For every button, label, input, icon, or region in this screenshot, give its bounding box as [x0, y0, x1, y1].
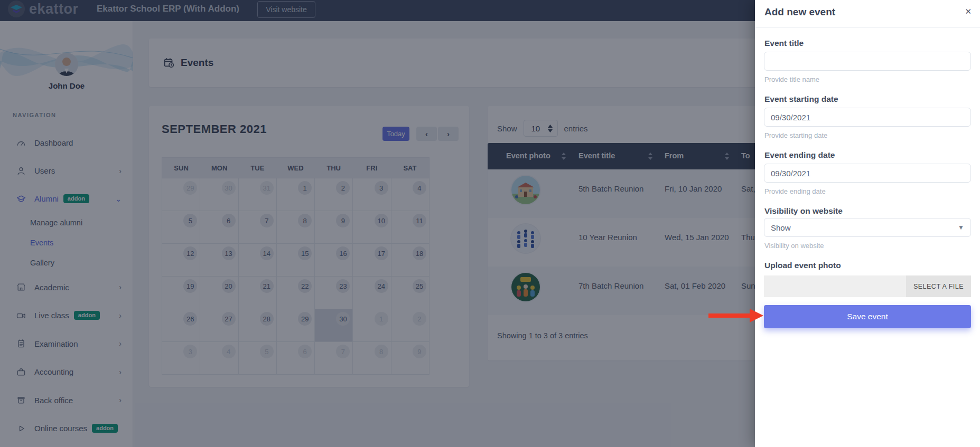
ending-date-input[interactable] — [764, 164, 971, 183]
select-file-button[interactable]: SELECT A FILE — [906, 275, 971, 297]
visibility-select[interactable]: Show ▼ — [764, 218, 971, 237]
save-event-button[interactable]: Save event — [764, 305, 971, 328]
visibility-helper: Visibility on website — [764, 242, 824, 250]
divider — [755, 27, 980, 28]
ending-date-helper: Provide ending date — [764, 187, 826, 195]
add-event-drawer: Add new event ✕ Event title Provide titl… — [755, 0, 980, 447]
visibility-selected-value: Show — [771, 223, 791, 232]
ending-date-label: Event ending date — [764, 150, 835, 160]
event-title-label: Event title — [764, 39, 804, 48]
event-title-input[interactable] — [764, 52, 971, 71]
visibility-label: Visibility on website — [764, 206, 843, 216]
caret-down-icon: ▼ — [958, 224, 964, 231]
app-root: ekattor Ekattor School ERP (With Addon) … — [0, 0, 980, 447]
starting-date-input[interactable] — [764, 108, 971, 127]
close-icon[interactable]: ✕ — [965, 7, 972, 16]
starting-date-label: Event starting date — [764, 94, 838, 104]
upload-photo-label: Upload event photo — [764, 261, 841, 270]
starting-date-helper: Provide starting date — [764, 131, 827, 139]
file-upload-field[interactable]: SELECT A FILE — [764, 275, 971, 297]
event-title-helper: Provide title name — [764, 75, 819, 83]
drawer-title: Add new event — [764, 6, 835, 18]
